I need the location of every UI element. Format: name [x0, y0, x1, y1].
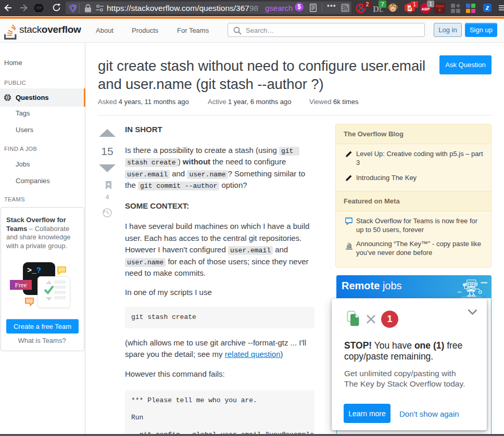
svg-text:STOP: STOP: [35, 7, 42, 9]
